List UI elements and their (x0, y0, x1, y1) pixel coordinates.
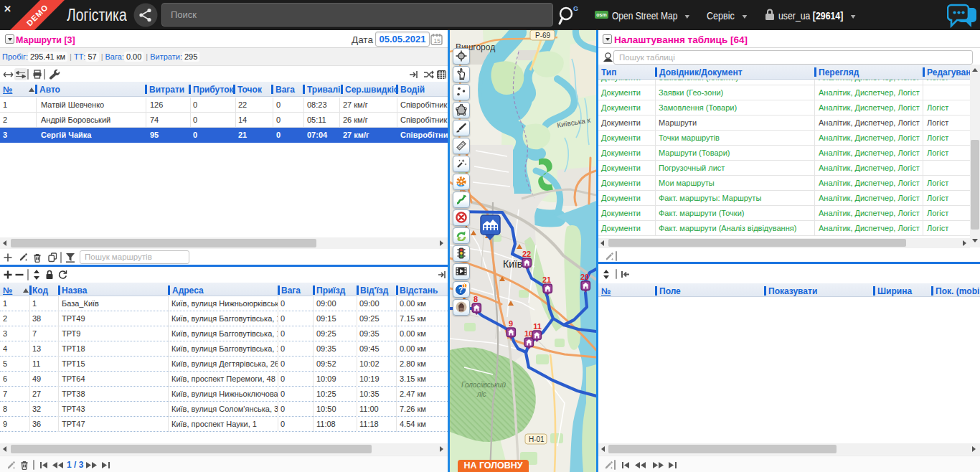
svg-text:ліс: ліс (476, 390, 486, 398)
svg-text:1: 1 (463, 283, 466, 288)
svg-text:Київ: Київ (503, 258, 522, 270)
svg-text:9: 9 (509, 319, 513, 328)
svg-text:11: 11 (533, 322, 542, 331)
svg-text:Р-69: Р-69 (535, 32, 551, 39)
svg-text:Голосіївський: Голосіївський (461, 381, 506, 389)
svg-text:G: G (573, 5, 578, 12)
svg-text:20: 20 (580, 273, 589, 281)
svg-text:15: 15 (434, 37, 441, 44)
svg-text:22: 22 (522, 250, 531, 258)
svg-text:Н-01: Н-01 (529, 435, 545, 443)
svg-text:8: 8 (473, 295, 478, 303)
svg-text:?: ? (458, 286, 463, 294)
svg-text:21: 21 (542, 275, 551, 284)
svg-text:10: 10 (524, 329, 533, 338)
